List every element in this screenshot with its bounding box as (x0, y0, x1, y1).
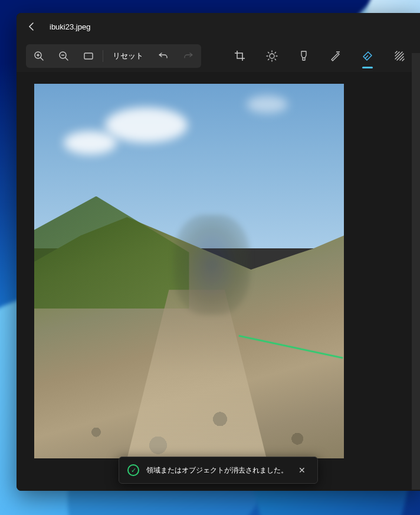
undo-button[interactable] (152, 45, 175, 67)
svg-rect-7 (84, 53, 93, 59)
filter-tool[interactable] (388, 44, 411, 68)
reset-button[interactable]: リセット (106, 46, 150, 66)
brightness-icon (266, 50, 278, 62)
canvas-area: ✓ 領域またはオブジェクトが消去されました。 ✕ (17, 72, 420, 491)
toolbar-divider (103, 50, 103, 62)
edited-image[interactable] (34, 84, 344, 458)
crop-tool[interactable] (229, 44, 251, 68)
zoom-out-icon (58, 51, 69, 61)
toast-close-button[interactable]: ✕ (295, 463, 309, 477)
zoom-in-icon (34, 51, 44, 61)
back-arrow-icon (27, 22, 37, 31)
toast-message: 領域またはオブジェクトが消去されました。 (146, 465, 288, 475)
fit-screen-button[interactable] (77, 45, 100, 67)
pen-erase-icon (330, 50, 342, 62)
side-panel-edge (412, 53, 420, 490)
redo-icon (183, 51, 193, 61)
svg-line-5 (65, 58, 68, 61)
svg-line-14 (275, 59, 276, 60)
filename-label: ibuki23.jpeg (50, 22, 90, 31)
edit-mode-tools (229, 44, 411, 68)
markup-tool[interactable] (293, 44, 315, 68)
toolbar: リセット (17, 40, 420, 72)
svg-line-15 (268, 59, 270, 60)
svg-line-18 (395, 51, 397, 53)
eraser-icon (362, 50, 373, 62)
photo-editor-window: ibuki23.jpeg (17, 13, 420, 491)
redo-button[interactable] (176, 45, 200, 67)
zoom-in-button[interactable] (27, 45, 51, 67)
pattern-icon (393, 50, 405, 62)
svg-point-8 (270, 54, 274, 58)
svg-line-23 (402, 59, 404, 61)
success-check-icon: ✓ (127, 464, 139, 476)
zoom-out-button[interactable] (52, 45, 76, 67)
pen-erase-tool[interactable] (324, 44, 347, 68)
undo-icon (158, 51, 169, 61)
view-tool-group: リセット (26, 44, 201, 68)
svg-line-21 (397, 54, 403, 60)
adjust-tool[interactable] (261, 44, 283, 68)
toast-notification: ✓ 領域またはオブジェクトが消去されました。 ✕ (119, 457, 318, 484)
svg-line-16 (275, 53, 276, 54)
svg-line-13 (268, 53, 270, 54)
crop-icon (234, 50, 246, 62)
svg-line-1 (41, 58, 44, 61)
back-button[interactable] (21, 16, 42, 37)
fit-screen-icon (83, 51, 94, 61)
highlighter-icon (298, 50, 310, 62)
object-erase-tool[interactable] (356, 44, 379, 68)
titlebar: ibuki23.jpeg (17, 13, 420, 40)
